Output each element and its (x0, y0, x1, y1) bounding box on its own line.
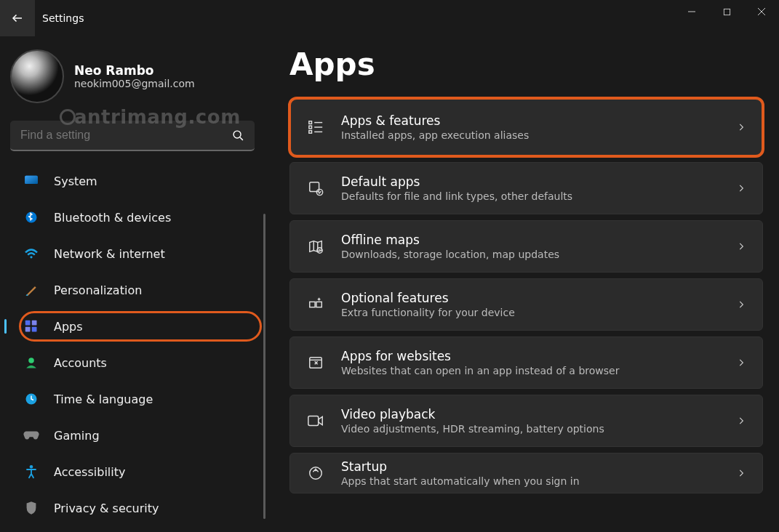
sidebar: Neo Rambo neokim005@gmail.com antrimang.… (0, 36, 269, 532)
bluetooth-icon (23, 209, 39, 225)
minimize-icon (687, 7, 696, 16)
card-subtitle: Installed apps, app execution aliases (341, 129, 529, 141)
card-subtitle: Defaults for file and link types, other … (341, 190, 572, 202)
card-optional-features[interactable]: Optional features Extra functionality fo… (289, 278, 763, 331)
card-title: Apps for websites (341, 349, 619, 363)
chevron-right-icon (736, 183, 746, 193)
sidebar-item-network[interactable]: Network & internet (10, 235, 255, 272)
card-subtitle: Extra functionality for your device (341, 307, 515, 318)
card-apps-features[interactable]: Apps & features Installed apps, app exec… (289, 98, 763, 156)
chevron-right-icon (736, 416, 746, 426)
svg-rect-22 (308, 416, 319, 426)
sidebar-item-system[interactable]: System (10, 163, 255, 199)
startup-icon (306, 464, 325, 483)
arrow-left-icon (11, 12, 24, 25)
svg-rect-13 (309, 121, 312, 124)
svg-point-12 (30, 465, 33, 469)
svg-rect-14 (309, 126, 312, 129)
search-box[interactable] (10, 121, 255, 151)
back-button[interactable] (0, 0, 35, 36)
svg-rect-15 (309, 131, 312, 134)
card-title: Default apps (341, 174, 572, 189)
default-apps-icon (306, 179, 325, 198)
svg-point-10 (28, 358, 34, 363)
sidebar-item-label: Privacy & security (54, 501, 159, 515)
card-apps-websites[interactable]: Apps for websites Websites that can open… (289, 336, 763, 389)
sidebar-item-label: Gaming (54, 429, 100, 443)
gamepad-icon (23, 427, 39, 443)
chevron-right-icon (736, 468, 746, 478)
window-title: Settings (42, 12, 84, 24)
svg-rect-9 (32, 327, 37, 332)
wifi-icon (23, 246, 39, 262)
svg-rect-7 (32, 321, 37, 326)
monitor-icon (23, 173, 39, 189)
svg-rect-19 (310, 302, 315, 307)
sidebar-item-apps[interactable]: Apps (10, 308, 255, 344)
svg-point-1 (233, 131, 241, 138)
sidebar-item-personalization[interactable]: Personalization (10, 272, 255, 308)
accessibility-icon (23, 464, 39, 480)
card-title: Offline maps (341, 233, 559, 247)
list-icon (306, 118, 325, 137)
svg-point-5 (30, 256, 32, 258)
sidebar-item-time-language[interactable]: Time & language (10, 381, 255, 417)
website-icon (306, 353, 325, 372)
card-subtitle: Video adjustments, HDR streaming, batter… (341, 423, 604, 435)
card-subtitle: Websites that can open in an app instead… (341, 365, 619, 376)
svg-rect-8 (25, 327, 31, 332)
shield-icon (23, 500, 39, 516)
sidebar-item-accessibility[interactable]: Accessibility (10, 454, 255, 490)
sidebar-item-label: Apps (54, 320, 83, 334)
card-video-playback[interactable]: Video playback Video adjustments, HDR st… (289, 395, 763, 447)
chevron-right-icon (736, 299, 746, 310)
svg-rect-6 (25, 321, 31, 326)
sidebar-item-label: System (54, 174, 97, 188)
card-offline-maps[interactable]: Offline maps Downloads, storage location… (289, 220, 763, 273)
svg-rect-20 (316, 302, 321, 307)
card-startup[interactable]: Startup Apps that start automatically wh… (289, 453, 763, 493)
search-input[interactable] (20, 129, 232, 142)
close-icon (757, 7, 766, 16)
sidebar-item-gaming[interactable]: Gaming (10, 417, 255, 454)
maximize-button[interactable] (709, 0, 744, 23)
main-content: Apps Apps & features Installed apps, app… (269, 36, 779, 532)
person-icon (23, 355, 39, 371)
chevron-right-icon (736, 241, 746, 251)
chevron-right-icon (736, 358, 746, 368)
video-icon (306, 411, 325, 430)
sidebar-item-privacy[interactable]: Privacy & security (10, 490, 255, 526)
sidebar-item-label: Time & language (54, 392, 153, 406)
svg-rect-3 (25, 176, 38, 184)
page-title: Apps (289, 47, 763, 82)
sidebar-item-bluetooth[interactable]: Bluetooth & devices (10, 199, 255, 235)
sidebar-item-label: Accounts (54, 356, 107, 370)
map-icon (306, 237, 325, 256)
card-title: Startup (341, 459, 580, 474)
card-title: Apps & features (341, 113, 529, 128)
nav-list: System Bluetooth & devices Network & int… (9, 163, 269, 526)
card-default-apps[interactable]: Default apps Defaults for file and link … (289, 162, 763, 214)
card-title: Video playback (341, 407, 604, 422)
sidebar-item-label: Personalization (54, 283, 142, 297)
card-title: Optional features (341, 291, 515, 305)
close-button[interactable] (744, 0, 779, 23)
avatar (10, 49, 64, 103)
apps-icon (23, 318, 39, 334)
clock-icon (23, 391, 39, 407)
maximize-icon (723, 8, 731, 16)
sidebar-item-label: Network & internet (54, 247, 165, 261)
chevron-right-icon (736, 122, 746, 132)
user-name: Neo Rambo (74, 63, 195, 78)
title-bar: Settings (0, 0, 779, 36)
sidebar-item-label: Bluetooth & devices (54, 211, 171, 225)
sidebar-item-accounts[interactable]: Accounts (10, 344, 255, 381)
user-profile[interactable]: Neo Rambo neokim005@gmail.com (9, 44, 269, 116)
card-subtitle: Downloads, storage location, map updates (341, 249, 559, 260)
user-email: neokim005@gmail.com (74, 78, 195, 89)
sidebar-scrollbar[interactable] (263, 214, 265, 519)
minimize-button[interactable] (674, 0, 709, 23)
features-icon (306, 295, 325, 314)
search-icon (232, 129, 244, 142)
svg-rect-0 (724, 9, 730, 15)
